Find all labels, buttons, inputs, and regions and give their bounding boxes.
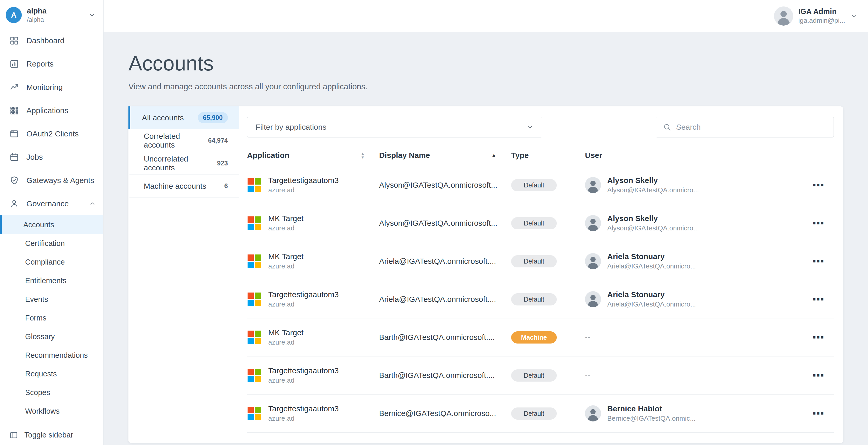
tab-all-accounts[interactable]: All accounts 65,900 [128, 106, 239, 129]
sidebar-item-requests[interactable]: Requests [0, 364, 103, 383]
sidebar-subitem-label: Events [25, 295, 48, 304]
sidebar-item-dashboard[interactable]: Dashboard [0, 29, 103, 52]
table-row[interactable]: Targettestigaautom3 azure.ad Barth@IGATe… [247, 356, 834, 394]
row-actions-button[interactable]: ⋯ [812, 331, 824, 343]
row-actions-button[interactable]: ⋯ [812, 217, 824, 229]
org-path: /alpha [27, 16, 83, 23]
sidebar-item-entitlements[interactable]: Entitlements [0, 271, 103, 290]
sidebar-subitem-label: Entitlements [25, 277, 67, 285]
search-input[interactable] [676, 123, 827, 131]
sidebar-subitem-label: Forms [25, 314, 46, 322]
table-row[interactable]: MK Target azure.ad Barth@IGATestQA.onmic… [247, 318, 834, 356]
user-avatar [585, 177, 601, 193]
row-actions-button[interactable]: ⋯ [812, 179, 824, 191]
column-header-user[interactable]: User [585, 151, 803, 160]
user-cell: Ariela Stonuary Ariela@IGATestQA.onmicro… [585, 290, 803, 308]
sidebar-item-jobs[interactable]: Jobs [0, 146, 103, 169]
sidebar-subitem-label: Glossary [25, 332, 55, 341]
sidebar-item-accounts[interactable]: Accounts [0, 215, 103, 234]
microsoft-logo-icon [248, 254, 261, 268]
user-email: Ariela@IGATestQA.onmicro... [607, 262, 696, 270]
toggle-sidebar-button[interactable]: Toggle sidebar [0, 425, 103, 445]
sidebar-item-label: Reports [26, 60, 96, 68]
table-row[interactable]: MK Target azure.ad Ariela@IGATestQA.onmi… [247, 242, 834, 280]
jobs-icon [9, 152, 19, 162]
sidebar-item-monitoring[interactable]: Monitoring [0, 75, 103, 99]
table-row[interactable]: Targettestigaautom3 azure.ad Alyson@IGAT… [247, 166, 834, 204]
row-actions-button[interactable]: ⋯ [812, 408, 824, 419]
type-badge: Default [511, 370, 557, 382]
sidebar-item-certification[interactable]: Certification [0, 234, 103, 253]
dashboard-icon [9, 36, 19, 45]
table-row[interactable]: MK Target azure.ad Alyson@IGATestQA.onmi… [247, 204, 834, 242]
table-row[interactable]: Targettestigaautom3 azure.ad Ariela@IGAT… [247, 280, 834, 318]
tab-correlated-accounts[interactable]: Correlated accounts 64,974 [128, 129, 239, 152]
chevron-down-icon [526, 123, 534, 131]
sidebar-item-glossary[interactable]: Glossary [0, 327, 103, 346]
tab-count: 64,974 [208, 137, 228, 144]
search-icon [663, 123, 672, 131]
chevron-up-icon [89, 200, 96, 208]
sidebar-item-gateways-agents[interactable]: Gateways & Agents [0, 169, 103, 192]
sidebar-item-forms[interactable]: Forms [0, 309, 103, 327]
toggle-sidebar-label: Toggle sidebar [24, 431, 73, 439]
sidebar-item-workflows[interactable]: Workflows [0, 402, 103, 420]
application-directory: azure.ad [268, 414, 339, 422]
application-cell: MK Target azure.ad [247, 328, 379, 346]
row-actions-button[interactable]: ⋯ [812, 255, 824, 267]
table-row[interactable]: Targettestigaautom3 azure.ad Bernice@IGA… [247, 394, 834, 433]
sidebar-item-label: Governance [26, 199, 82, 208]
sidebar-subitem-label: Compliance [25, 258, 65, 266]
sidebar-item-oauth2-clients[interactable]: OAuth2 Clients [0, 122, 103, 146]
tab-uncorrelated-accounts[interactable]: Uncorrelated accounts 923 [128, 152, 239, 175]
sidebar-item-compliance[interactable]: Compliance [0, 253, 103, 271]
sidebar-item-reports[interactable]: Reports [0, 52, 103, 75]
main-area: IGA Admin iga.admin@pi... Accounts View … [103, 0, 868, 445]
application-cell: Targettestigaautom3 azure.ad [247, 290, 379, 308]
org-selector[interactable]: A alpha /alpha [0, 0, 103, 29]
application-name: Targettestigaautom3 [268, 404, 339, 413]
sidebar-nav: Dashboard Reports Monitoring Application… [0, 29, 103, 425]
search-box[interactable] [656, 117, 834, 137]
application-name: Targettestigaautom3 [268, 366, 339, 375]
governance-icon [9, 199, 19, 209]
user-menu[interactable]: IGA Admin iga.admin@pi... [774, 6, 858, 26]
row-actions-button[interactable]: ⋯ [812, 370, 824, 381]
column-header-application[interactable]: Application▲▼ [247, 151, 379, 160]
row-actions-button[interactable]: ⋯ [812, 293, 824, 305]
account-tabs: All accounts 65,900 Correlated accounts … [128, 106, 239, 443]
type-cell: Default [511, 179, 585, 191]
sidebar-item-governance[interactable]: Governance [0, 192, 103, 215]
sidebar-item-label: Monitoring [26, 83, 96, 92]
sidebar-item-recommendations[interactable]: Recommendations [0, 346, 103, 364]
column-label: User [585, 151, 602, 160]
table-header: Application▲▼Display Name▲TypeUser [247, 151, 834, 166]
column-header-type[interactable]: Type [511, 151, 585, 160]
user-cell: Bernice Hablot Bernice@IGATestQA.onmic..… [585, 404, 803, 422]
column-label: Type [511, 151, 529, 160]
application-directory: azure.ad [268, 300, 339, 308]
user-email: Ariela@IGATestQA.onmicro... [607, 300, 696, 308]
sidebar-subitem-label: Accounts [23, 221, 54, 229]
user-avatar [585, 215, 601, 231]
sidebar-item-scopes[interactable]: Scopes [0, 383, 103, 402]
sidebar-item-applications[interactable]: Applications [0, 99, 103, 122]
tab-label: Correlated accounts [144, 132, 208, 149]
application-cell: MK Target azure.ad [247, 214, 379, 232]
display-name-cell: Barth@IGATestQA.onmicrosoft.... [379, 333, 511, 342]
display-name-cell: Alyson@IGATestQA.onmicrosoft... [379, 181, 511, 190]
type-cell: Machine [511, 331, 585, 344]
sidebar-subitem-label: Certification [25, 239, 65, 248]
tab-machine-accounts[interactable]: Machine accounts 6 [128, 175, 239, 197]
column-header-display-name[interactable]: Display Name▲ [379, 151, 511, 160]
accounts-table: Targettestigaautom3 azure.ad Alyson@IGAT… [247, 166, 834, 433]
sidebar-item-events[interactable]: Events [0, 290, 103, 309]
sort-asc-icon: ▲ [491, 153, 497, 158]
application-name: MK Target [268, 328, 304, 337]
application-cell: Targettestigaautom3 azure.ad [247, 366, 379, 384]
applications-filter[interactable]: Filter by applications [247, 117, 542, 137]
type-badge: Machine [511, 331, 557, 344]
display-name-cell: Ariela@IGATestQA.onmicrosoft.... [379, 295, 511, 304]
application-directory: azure.ad [268, 262, 304, 270]
user-email: Bernice@IGATestQA.onmic... [607, 414, 695, 422]
